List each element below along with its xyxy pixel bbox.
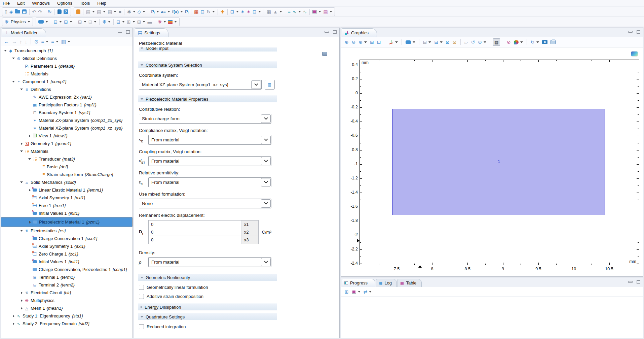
update-solution-button[interactable]: ↻ bbox=[205, 8, 216, 15]
tree-item[interactable]: AGeometry 1{geom1} bbox=[1, 140, 132, 147]
reset-hiding-button[interactable]: ↺ bbox=[470, 38, 476, 46]
tree-item[interactable]: PᵢParameters 1{default} bbox=[1, 62, 132, 70]
color-palette-button[interactable] bbox=[513, 38, 524, 46]
move-up-button[interactable]: ↑ bbox=[18, 38, 23, 45]
graphics-tab[interactable]: Graphics bbox=[342, 28, 377, 37]
add-physics-button[interactable]: ⊟ bbox=[229, 8, 240, 15]
model-wizard-button[interactable]: ◈ bbox=[8, 8, 14, 15]
expander-icon[interactable] bbox=[19, 230, 24, 232]
tree-item[interactable]: ⊟Terminal 2{term2} bbox=[1, 281, 132, 289]
parameters-menu-button[interactable]: Pᵢ bbox=[150, 8, 160, 15]
settings-tab[interactable]: ▤ Settings bbox=[135, 28, 168, 37]
tree-item[interactable]: Materials bbox=[1, 70, 132, 78]
menu-help[interactable]: Help bbox=[97, 1, 106, 6]
expander-icon[interactable] bbox=[19, 299, 24, 302]
expander-icon[interactable] bbox=[19, 89, 24, 90]
cluster-button[interactable]: ✚ bbox=[220, 8, 226, 15]
section-quadrature-settings[interactable]: Quadrature Settings bbox=[138, 313, 277, 320]
expander-icon[interactable] bbox=[19, 292, 24, 294]
scene-refresh-button[interactable]: ↻ bbox=[530, 38, 540, 46]
select-box-button[interactable]: ⊠ bbox=[445, 38, 451, 46]
zoom-extents-button[interactable]: ⊞ bbox=[369, 38, 375, 46]
chevron-down-icon[interactable] bbox=[251, 80, 261, 89]
tree-item[interactable]: Materials bbox=[1, 147, 132, 155]
select-domains-g-button[interactable] bbox=[405, 38, 416, 46]
chevron-down-icon[interactable] bbox=[261, 136, 271, 144]
help-button[interactable]: ? bbox=[63, 8, 69, 15]
menu-edit[interactable]: Edit bbox=[17, 1, 25, 6]
default-model-button[interactable]: ✱ bbox=[126, 8, 137, 15]
physics-button[interactable]: Physics bbox=[10, 18, 31, 26]
model-input-graph-icon[interactable] bbox=[322, 52, 327, 56]
relative-permittivity-select[interactable]: From material bbox=[148, 177, 271, 187]
progress-table-button[interactable] bbox=[351, 288, 362, 296]
tab-table[interactable]: ▦Table bbox=[397, 279, 421, 287]
chevron-down-icon[interactable] bbox=[261, 157, 271, 165]
tree-item[interactable]: Charge Conservation, Piezoelectric 1{ccn… bbox=[1, 266, 132, 273]
section-coordinate-system[interactable]: Coordinate System Selection bbox=[138, 61, 277, 68]
plot-area[interactable]: mmmm0.40.20-0.2-0.4-0.6-0.8-1-1.2-1.4-1.… bbox=[359, 60, 639, 265]
physics-context-button[interactable]: ❋ bbox=[4, 18, 10, 26]
tree-item[interactable]: Axial Symmetry 1{axi1} bbox=[1, 242, 132, 250]
show-hide-button[interactable]: ⊙ bbox=[33, 38, 40, 45]
tree-item[interactable]: ✎AWE Expression: Zx{var1} bbox=[1, 93, 132, 101]
compile-previous-button[interactable]: ▤ bbox=[85, 8, 96, 15]
zoom-in-button[interactable]: ⊕ bbox=[344, 38, 350, 46]
geometry-tools-button[interactable]: ◇ bbox=[137, 8, 147, 15]
tree-item[interactable]: View 1{view1} bbox=[1, 132, 132, 140]
tree-item[interactable]: ◓Component 1{comp1} bbox=[1, 78, 132, 86]
tree-item[interactable]: ↯Electrostatics{es} bbox=[1, 227, 132, 235]
expander-icon[interactable] bbox=[19, 150, 24, 152]
chevron-down-icon[interactable] bbox=[261, 258, 271, 266]
print-button[interactable] bbox=[550, 38, 557, 46]
variables-menu-button[interactable]: a= bbox=[160, 8, 171, 15]
periodic-grid-button[interactable]: ⊞ bbox=[126, 18, 136, 26]
density-select[interactable]: From material bbox=[148, 257, 271, 267]
default-view-thumbnail-icon[interactable] bbox=[631, 52, 638, 56]
maximize-icon[interactable] bbox=[333, 30, 337, 34]
expander-icon[interactable] bbox=[27, 189, 32, 192]
tree-item[interactable]: ∿Study 1: Eigenfrequency{std1} bbox=[1, 312, 132, 320]
maximize-icon[interactable] bbox=[637, 30, 640, 34]
coupling-matrix-select[interactable]: From material bbox=[148, 156, 271, 166]
tree-item[interactable]: Initial Values 1{init1} bbox=[1, 258, 132, 266]
periodic-grid-2-button[interactable]: ⊞ bbox=[136, 18, 147, 26]
compute-study-button[interactable]: ✶ bbox=[240, 8, 246, 15]
color-order-button[interactable] bbox=[167, 18, 178, 26]
reduced-integration-checkbox[interactable] bbox=[139, 324, 144, 329]
tree-item[interactable]: Piezoelectric Material 1{pzm1} bbox=[1, 217, 132, 227]
new-file-button[interactable]: ▯ bbox=[4, 8, 8, 15]
tree-item[interactable]: Zero Charge 1{zc1} bbox=[1, 250, 132, 258]
remanent-value-input[interactable]: 0 bbox=[149, 236, 241, 244]
tree-item[interactable]: △Mesh 1{mesh1} bbox=[1, 304, 132, 312]
tree-item[interactable]: ⊡Boundary System 1{sys1} bbox=[1, 109, 132, 116]
zoom-out-button[interactable]: ⊖ bbox=[351, 38, 357, 46]
select-boundaries-button[interactable]: ⊟ bbox=[422, 38, 432, 46]
select-domains-button[interactable] bbox=[37, 18, 49, 26]
plot-single-button[interactable]: ∿ bbox=[302, 8, 308, 15]
maximize-icon[interactable] bbox=[637, 280, 640, 284]
menu-file[interactable]: File bbox=[3, 1, 10, 6]
deselect-box-button[interactable]: ⊠ bbox=[452, 38, 458, 46]
expander-icon[interactable] bbox=[3, 50, 8, 52]
tree-item[interactable]: ◆Transducer.mph{1} bbox=[1, 47, 132, 55]
expander-icon[interactable] bbox=[11, 81, 16, 82]
equation-view-button[interactable]: = bbox=[287, 8, 292, 15]
functions-menu-button[interactable]: f(x) bbox=[171, 8, 184, 15]
minimize-icon[interactable] bbox=[325, 31, 329, 33]
tree-item[interactable]: ❋Multiphysics bbox=[1, 297, 132, 304]
tree-item[interactable]: ✶Material ZX-plane System{comp1_zx_sys} bbox=[1, 116, 132, 124]
attributes-button[interactable]: ⊟ bbox=[115, 18, 126, 26]
additive-strain-checkbox[interactable] bbox=[139, 294, 144, 299]
import-data-button[interactable]: ⊟ bbox=[200, 8, 206, 15]
zoom-selected-button[interactable]: ⊕ bbox=[357, 38, 368, 46]
save-button[interactable] bbox=[21, 8, 28, 15]
edges-add-button[interactable]: ⊟ bbox=[77, 18, 87, 26]
section-energy-dissipation[interactable]: Energy Dissipation bbox=[138, 303, 277, 310]
expander-icon[interactable] bbox=[11, 58, 16, 59]
model-builder-tab[interactable]: ⊤ Model Builder bbox=[2, 28, 46, 37]
expander-icon[interactable] bbox=[27, 135, 32, 137]
boundaries-pair-button[interactable]: ⊟ bbox=[63, 18, 73, 26]
expander-icon[interactable] bbox=[19, 181, 24, 183]
remanent-value-input[interactable]: 0 bbox=[149, 221, 241, 228]
